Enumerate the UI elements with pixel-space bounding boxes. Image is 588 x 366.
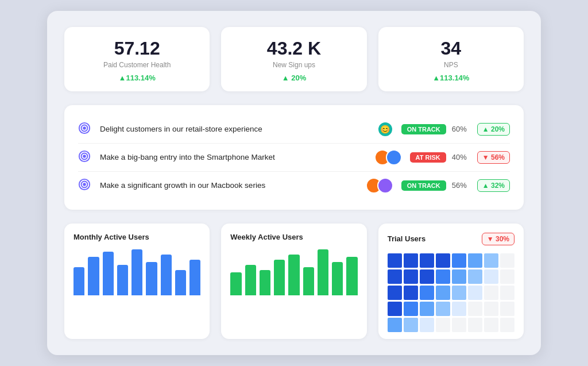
heatmap-cell <box>452 253 466 268</box>
okr-section: Delight customers in our retail-store ex… <box>64 105 524 210</box>
svg-point-5 <box>83 155 86 157</box>
chart-section: Monthly Active Users Weekly Active Users… <box>64 224 524 339</box>
monthly-chart-card: Monthly Active Users <box>64 224 210 339</box>
bar <box>245 265 256 295</box>
bar <box>288 255 299 295</box>
bar <box>117 265 128 295</box>
heatmap-cell <box>404 286 418 300</box>
bar <box>88 257 99 295</box>
heatmap-cell <box>388 286 402 300</box>
okr-percent: 40% <box>452 153 470 161</box>
svg-point-2 <box>83 127 86 129</box>
heatmap-cell <box>436 253 450 268</box>
bar <box>230 272 241 295</box>
bar <box>303 267 314 295</box>
metric-change-nps: ▲113.14% <box>388 74 514 82</box>
heatmap-cell <box>468 253 482 268</box>
okr-icon <box>78 150 93 165</box>
okr-percent: 60% <box>452 125 470 133</box>
heatmap-cell <box>500 286 514 300</box>
heatmap-cell <box>404 318 418 332</box>
metric-label-nps: NPS <box>388 61 514 69</box>
bar <box>318 249 328 295</box>
okr-avatars <box>374 149 402 165</box>
monthly-chart-title: Monthly Active Users <box>74 233 149 241</box>
okr-change: ▲ 32% <box>477 179 510 192</box>
heatmap-cell <box>500 253 514 268</box>
bar <box>161 255 172 295</box>
heatmap-cell <box>452 269 466 284</box>
dashboard: 57.12 Paid Customer Health ▲113.14% 43.2… <box>47 11 541 355</box>
bar <box>103 252 114 295</box>
heatmap-cell <box>404 302 418 316</box>
bar <box>274 260 285 295</box>
metric-change-paid-health: ▲113.14% <box>74 74 200 82</box>
heatmap-cell <box>420 302 434 316</box>
heatmap-cell <box>468 302 482 316</box>
avatar <box>386 149 402 165</box>
heatmap-cell <box>484 318 498 332</box>
okr-row-okr-3: Make a significant growth in our Macbook… <box>78 172 510 199</box>
heatmap-cell <box>468 286 482 300</box>
heatmap-cell <box>484 286 498 300</box>
bar <box>131 249 142 295</box>
bar <box>260 270 270 295</box>
heatmap-cell <box>404 253 418 268</box>
avatar <box>377 178 393 194</box>
trial-chart-title: Trial Users <box>388 234 426 243</box>
heatmap-cell <box>388 302 402 316</box>
weekly-chart-title-row: Weekly Active Users <box>230 233 357 241</box>
heatmap-cell <box>436 302 450 316</box>
okr-text: Make a significant growth in our Macbook… <box>100 180 358 191</box>
okr-row-okr-1: Delight customers in our retail-store ex… <box>78 115 510 144</box>
trial-heatmap <box>388 253 514 332</box>
heatmap-cell <box>388 269 402 284</box>
bar <box>332 262 343 295</box>
heatmap-cell <box>436 269 450 284</box>
avatar: 😊 <box>377 121 393 137</box>
heatmap-cell <box>388 318 402 332</box>
weekly-bar-chart <box>230 249 357 295</box>
metric-change-signups: ▲ 20% <box>230 74 357 82</box>
heatmap-cell <box>388 253 402 268</box>
heatmap-cell <box>500 318 514 332</box>
okr-text: Delight customers in our retail-store ex… <box>100 124 369 135</box>
bar <box>74 267 84 295</box>
heatmap-cell <box>468 269 482 284</box>
metric-cards: 57.12 Paid Customer Health ▲113.14% 43.2… <box>64 27 524 91</box>
heatmap-cell <box>484 253 498 268</box>
heatmap-cell <box>420 286 434 300</box>
heatmap-cell <box>452 318 466 332</box>
heatmap-cell <box>452 302 466 316</box>
bar <box>346 257 357 295</box>
metric-value-nps: 34 <box>388 38 514 59</box>
okr-status-badge: ON TRACK <box>401 180 446 191</box>
metric-value-paid-health: 57.12 <box>74 38 200 59</box>
bar <box>189 260 200 295</box>
heatmap-cell <box>404 269 418 284</box>
metric-card-paid-health: 57.12 Paid Customer Health ▲113.14% <box>64 27 210 91</box>
weekly-chart-title: Weekly Active Users <box>230 233 303 241</box>
heatmap-cell <box>500 302 514 316</box>
bar <box>146 262 157 295</box>
heatmap-cell <box>484 269 498 284</box>
monthly-bar-chart <box>74 249 200 295</box>
metric-label-signups: New Sign ups <box>230 61 357 69</box>
heatmap-cell <box>468 318 482 332</box>
okr-status-badge: ON TRACK <box>401 124 446 134</box>
heatmap-cell <box>484 302 498 316</box>
metric-card-nps: 34 NPS ▲113.14% <box>378 27 524 91</box>
heatmap-cell <box>452 286 466 300</box>
monthly-chart-title-row: Monthly Active Users <box>74 233 200 241</box>
okr-status-badge: AT RISK <box>410 152 446 163</box>
okr-text: Make a big-bang entry into the Smartphon… <box>100 152 366 163</box>
heatmap-cell <box>420 269 434 284</box>
heatmap-cell <box>420 318 434 332</box>
okr-row-okr-2: Make a big-bang entry into the Smartphon… <box>78 144 510 172</box>
metric-label-paid-health: Paid Customer Health <box>74 61 200 69</box>
trial-chart-card: Trial Users ▼ 30% <box>378 224 524 339</box>
okr-percent: 56% <box>452 181 470 190</box>
trial-chart-change: ▼ 30% <box>482 233 514 245</box>
heatmap-cell <box>420 253 434 268</box>
okr-icon <box>78 122 93 137</box>
